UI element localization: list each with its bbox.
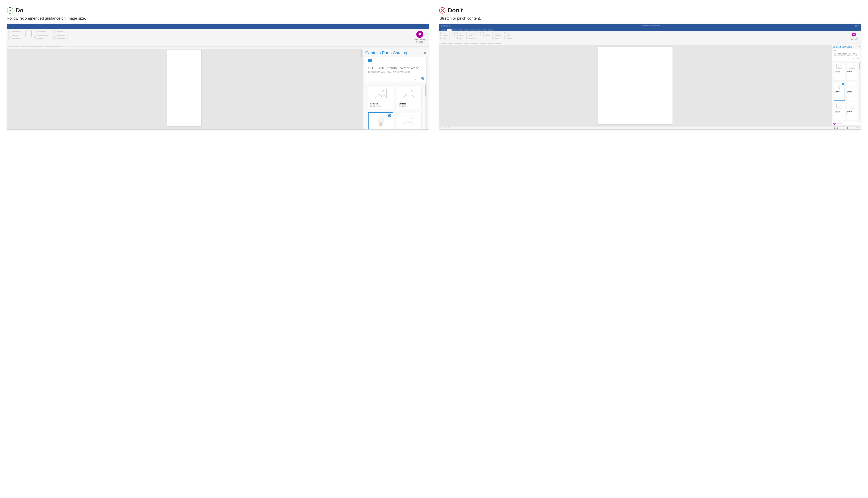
product-brand: Contoso <box>399 103 420 105</box>
product-brand: Contoso <box>847 91 856 92</box>
document-page[interactable] <box>598 47 673 124</box>
product-desc: 85w Equal <box>847 73 856 74</box>
ribbon-group-labels <box>7 47 429 49</box>
ribbon-tabstrip[interactable] <box>439 28 861 31</box>
bulb-photo <box>838 83 841 89</box>
image-placeholder-icon <box>403 89 415 98</box>
taskpane-close-icon[interactable] <box>424 52 426 54</box>
do-caption: Follow recommended guidance on image siz… <box>7 16 429 21</box>
category-breadcrumb: LED - R30 - 2700K - Warm White <box>368 66 424 70</box>
product-brand: Contoso <box>399 129 420 130</box>
product-brand: Contoso <box>835 91 844 92</box>
product-brand: Contoso <box>835 71 844 72</box>
ribbon-group-labels <box>439 43 861 45</box>
view-mode-icon[interactable]: ▤ <box>837 127 838 129</box>
product-desc: 60 - 65w Equal <box>370 105 391 107</box>
lightbulb-icon <box>416 31 423 38</box>
product-card[interactable]: Contoso 65w Equal <box>846 82 857 101</box>
word-statusbar: Page 1 of 1 0 words ▭ ▥ ▤ — + 100% <box>439 126 861 129</box>
lightbulb-icon <box>852 32 856 37</box>
sort-icon[interactable] <box>853 58 854 60</box>
addin-label-line2: Contoso <box>850 39 858 40</box>
taskpane-menu-caret-icon[interactable] <box>419 52 422 54</box>
product-brand: Contoso <box>370 103 391 105</box>
image-placeholder-icon <box>403 116 415 125</box>
image-placeholder-icon <box>837 104 842 108</box>
product-desc: 65w Equal <box>847 112 856 113</box>
do-heading: Do <box>16 7 23 14</box>
window-maximize-icon[interactable]: ▢ <box>855 25 857 27</box>
product-card[interactable]: Contoso 65w Equal <box>834 82 845 101</box>
product-card[interactable]: Contoso 65w Equal <box>397 112 422 130</box>
product-card[interactable]: Contoso 65w Equal <box>368 112 393 130</box>
taskpane-close-icon[interactable] <box>858 46 860 48</box>
taskpane-scrollbar[interactable] <box>425 82 426 130</box>
statusbar-left: Page 1 of 1 0 words <box>440 127 453 129</box>
word-titlebar: — ▢ ✕ <box>439 24 861 28</box>
selected-badge-icon <box>842 83 844 85</box>
dont-icon <box>439 7 445 14</box>
word-ribbon: Parts Catalog Contoso <box>7 29 429 47</box>
quick-access-toolbar[interactable] <box>441 25 450 27</box>
grid-view-icon[interactable] <box>857 58 859 60</box>
do-icon <box>7 7 13 14</box>
product-brand: Contoso <box>835 111 844 112</box>
addin-label-line2: Contoso <box>414 41 426 43</box>
product-card[interactable]: Contoso 60 - 65w Equal <box>368 86 393 109</box>
product-brand: Contoso <box>847 71 856 72</box>
product-card[interactable]: Contoso 85w Equal <box>846 62 857 81</box>
product-desc: 65w Equal <box>835 112 844 113</box>
dont-heading: Don't <box>448 7 463 14</box>
window-close-icon[interactable]: ✕ <box>858 25 859 27</box>
image-placeholder-icon <box>849 104 855 108</box>
product-desc: 65w Equal <box>835 92 844 93</box>
taskpane-footer-label: Contoso <box>837 123 842 124</box>
bulb-photo <box>377 115 385 126</box>
sort-icon[interactable] <box>415 77 418 80</box>
hamburger-menu-icon[interactable] <box>368 60 372 62</box>
image-placeholder-icon <box>849 64 855 68</box>
document-page[interactable] <box>167 50 202 127</box>
product-card[interactable]: Contoso 60 - 65w Equal <box>834 62 845 81</box>
hamburger-menu-icon[interactable] <box>834 50 836 51</box>
product-desc: 60 - 65w Equal <box>835 73 844 74</box>
parts-catalog-ribbon-button[interactable]: Parts Catalog Contoso <box>412 30 427 43</box>
taskpane-footer[interactable]: C Contoso <box>832 122 860 126</box>
results-count: 16 results in LED - R30 - 60-65 Watt Equ… <box>368 70 424 73</box>
do-preview: Parts Catalog Contoso Contoso Parts Cata… <box>7 24 429 130</box>
zoom-slider[interactable] <box>841 128 853 128</box>
dont-preview: — ▢ ✕ <box>439 24 861 130</box>
word-ribbon: Parts Catalog Contoso <box>439 31 861 43</box>
results-count: 16 results in LED - R30 - 60-65 Watt Equ… <box>834 55 859 56</box>
taskpane-scrollbar[interactable] <box>859 61 860 122</box>
image-placeholder-icon <box>849 84 855 88</box>
window-minimize-icon[interactable]: — <box>852 25 854 27</box>
brand-badge-icon: C <box>833 123 835 125</box>
image-placeholder-icon <box>837 64 842 68</box>
category-breadcrumb: LED - R30 - 2700K - Warm White <box>834 53 859 55</box>
taskpane: Contoso Parts Catalog LED - R30 - 2700K … <box>831 45 861 126</box>
dont-caption: Stretch or pinch content. <box>440 16 861 21</box>
product-brand: Contoso <box>847 111 856 112</box>
window-title-placeholder <box>642 25 660 26</box>
product-desc: 85w Equal <box>399 105 420 107</box>
taskpane-title: Contoso Parts Catalog <box>365 51 407 55</box>
do-column: Do Follow recommended guidance on image … <box>7 7 429 130</box>
word-titlebar <box>7 24 429 29</box>
parts-catalog-ribbon-button[interactable]: Parts Catalog Contoso <box>848 32 860 41</box>
grid-view-icon[interactable] <box>421 77 424 80</box>
taskpane-title: Contoso Parts Catalog <box>832 46 852 48</box>
product-card[interactable]: Contoso 85w Equal <box>397 86 422 109</box>
view-mode-icon[interactable]: ▥ <box>834 127 835 129</box>
zoom-in-icon[interactable]: + <box>854 127 855 129</box>
selected-badge-icon <box>388 114 391 117</box>
zoom-value: 100% <box>856 127 860 129</box>
view-mode-icon[interactable]: ▭ <box>831 127 833 129</box>
taskpane-menu-caret-icon[interactable] <box>855 46 856 48</box>
left-scroll-rail[interactable] <box>360 49 363 130</box>
addin-label-line1: Parts Catalog <box>850 37 858 39</box>
product-card[interactable]: Contoso 65w Equal <box>846 102 857 121</box>
results-grid: Contoso 60 - 65w Equal Contoso 85w Equal… <box>365 82 425 130</box>
product-card[interactable]: Contoso 65w Equal <box>834 102 845 121</box>
zoom-out-icon[interactable]: — <box>839 127 840 129</box>
